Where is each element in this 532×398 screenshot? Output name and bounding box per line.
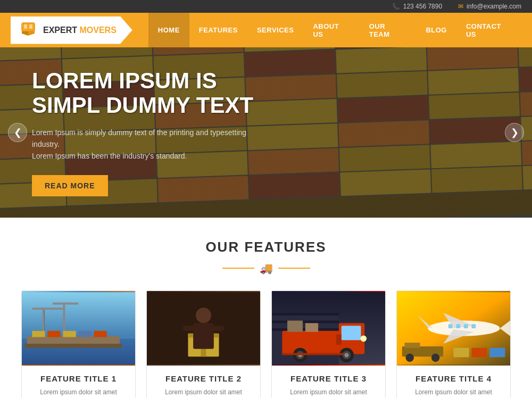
email-info: ✉ info@example.com: [458, 3, 521, 10]
svg-marker-3: [28, 31, 35, 36]
svg-rect-44: [282, 353, 344, 355]
hero-subtitle: Lorem Ipsum is simply dummy text of the …: [32, 127, 261, 162]
hero-next-arrow[interactable]: ❯: [505, 123, 524, 142]
phone-number: 123 456 7890: [403, 3, 442, 10]
truck-icon: 🚚: [260, 262, 273, 275]
nav-services[interactable]: SERVICES: [247, 13, 304, 47]
nav-about[interactable]: ABOUT US: [303, 13, 359, 47]
top-bar: 📞 123 456 7890 ✉ info@example.com: [0, 0, 532, 13]
feature-card-1: FEATURE TITLE 1 Lorem ipsum dolor sit am…: [21, 291, 136, 398]
svg-rect-35: [342, 326, 361, 340]
svg-rect-61: [454, 348, 469, 357]
svg-rect-27: [211, 326, 224, 331]
svg-rect-19: [94, 331, 107, 337]
svg-rect-56: [471, 324, 476, 328]
svg-rect-9: [32, 308, 63, 310]
svg-rect-0: [22, 23, 35, 31]
svg-rect-26: [183, 326, 196, 331]
svg-rect-62: [471, 348, 487, 357]
header: EXPERT MOVERS HOME FEATURES SERVICES ABO…: [0, 13, 532, 47]
svg-rect-17: [63, 331, 76, 337]
feature-title-1: FEATURE TITLE 1: [27, 374, 130, 383]
features-grid: FEATURE TITLE 1 Lorem ipsum dolor sit am…: [21, 291, 511, 398]
feature-text-1: Lorem ipsum dolor sit amet consectetur a…: [22, 387, 135, 398]
hero-cta-button[interactable]: READ MORE: [32, 175, 108, 196]
svg-point-59: [405, 353, 413, 361]
svg-point-60: [431, 353, 439, 361]
divider-line-right: [278, 268, 310, 269]
hero-content: LOREM IPSUM IS SIMPL DUMMY TEXT Lorem Ip…: [0, 47, 293, 218]
svg-point-24: [196, 308, 211, 323]
svg-rect-18: [79, 331, 92, 337]
feature-text-3: Lorem ipsum dolor sit amet consectetur a…: [272, 387, 385, 398]
feature-image-2: [147, 291, 260, 366]
features-section: OUR FEATURES 🚚: [0, 218, 532, 398]
svg-rect-12: [53, 303, 78, 305]
hero-title: LOREM IPSUM IS SIMPL DUMMY TEXT: [32, 69, 261, 118]
svg-rect-45: [287, 320, 303, 331]
nav-contact[interactable]: CONTACT US: [456, 13, 521, 47]
logo[interactable]: EXPERT MOVERS: [11, 16, 132, 44]
svg-rect-15: [32, 331, 45, 337]
svg-rect-36: [336, 335, 342, 345]
svg-rect-14: [24, 344, 122, 348]
features-heading: OUR FEATURES: [21, 239, 511, 255]
logo-text: EXPERT MOVERS: [43, 26, 117, 35]
feature-title-3: FEATURE TITLE 3: [277, 374, 380, 383]
feature-card-2: FEATURE TITLE 2 Lorem ipsum dolor sit am…: [146, 291, 261, 398]
phone-icon: 📞: [392, 3, 400, 10]
phone-info: 📞 123 456 7890: [392, 3, 442, 10]
feature-text-4: Lorem ipsum dolor sit amet consectetur a…: [397, 387, 510, 398]
svg-rect-31: [272, 320, 339, 323]
svg-rect-63: [489, 348, 505, 357]
feature-title-2: FEATURE TITLE 2: [152, 374, 255, 383]
navigation: HOME FEATURES SERVICES ABOUT US OUR TEAM…: [148, 13, 521, 47]
svg-rect-16: [47, 331, 60, 337]
svg-point-43: [361, 336, 367, 342]
nav-features[interactable]: FEATURES: [189, 13, 247, 47]
nav-blog[interactable]: BLOG: [416, 13, 456, 47]
svg-point-42: [345, 353, 349, 357]
svg-marker-2: [22, 31, 28, 36]
svg-rect-25: [193, 323, 214, 349]
svg-rect-4: [24, 24, 27, 29]
svg-rect-30: [272, 313, 339, 316]
svg-rect-53: [448, 324, 453, 328]
feature-title-4: FEATURE TITLE 4: [402, 374, 505, 383]
feature-image-4: [397, 291, 510, 366]
feature-card-3: FEATURE TITLE 3 Lorem ipsum dolor sit am…: [271, 291, 386, 398]
features-divider: 🚚: [21, 262, 511, 275]
svg-rect-5: [29, 24, 32, 29]
svg-rect-46: [305, 323, 318, 331]
hero-prev-arrow[interactable]: ❮: [8, 123, 27, 142]
email-icon: ✉: [458, 3, 463, 10]
svg-rect-58: [405, 343, 420, 348]
feature-card-4: FEATURE TITLE 4 Lorem ipsum dolor sit am…: [396, 291, 511, 398]
email-address: info@example.com: [467, 3, 521, 10]
nav-team[interactable]: OUR TEAM: [360, 13, 417, 47]
svg-rect-55: [464, 324, 468, 328]
logo-icon: [19, 21, 38, 40]
nav-home[interactable]: HOME: [148, 13, 189, 47]
feature-text-2: Lorem ipsum dolor sit amet consectetur a…: [147, 387, 260, 398]
hero-section: ❮ LOREM IPSUM IS SIMPL DUMMY TEXT Lorem …: [0, 47, 532, 218]
feature-image-3: [272, 291, 385, 366]
svg-rect-54: [456, 324, 460, 328]
feature-image-1: [22, 291, 135, 366]
divider-line-left: [222, 268, 254, 269]
